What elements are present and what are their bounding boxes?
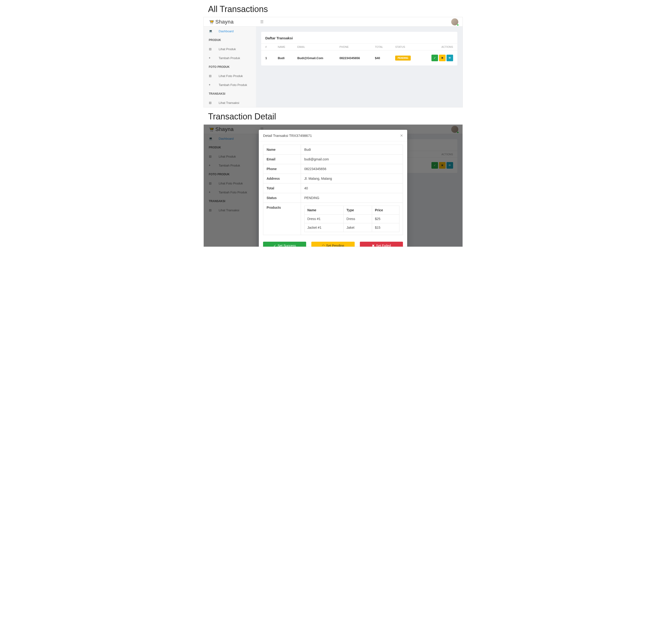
sidebar-item-lihat-foto-produk[interactable]: ▤ Lihat Foto Produk xyxy=(204,71,256,80)
cell-phone: 082234345656 xyxy=(335,50,371,66)
cell-idx: 1 xyxy=(261,50,274,66)
button-label: Set Failed xyxy=(376,244,391,247)
check-icon: ✓ xyxy=(274,244,276,247)
modal-header: Detail Transaksi TRX37498671 × xyxy=(259,130,407,141)
products-table: Name Type Price Dress #1 Dress $25 xyxy=(304,206,399,232)
button-label: Set Success xyxy=(278,244,296,247)
col-status: STATUS xyxy=(391,43,420,50)
cell-status: PENDING xyxy=(391,50,420,66)
brand-logo[interactable]: Shayna xyxy=(204,19,256,25)
value-total: 40 xyxy=(301,184,403,193)
label-address: Address xyxy=(263,174,301,184)
user-avatar[interactable] xyxy=(451,18,458,25)
label-phone: Phone xyxy=(263,164,301,174)
table-row: 1 Budi Budi@Gmail.Com 082234345656 $40 P… xyxy=(261,50,457,66)
label-products: Products xyxy=(263,203,301,235)
sidebar: 💻 Dashboard PRODUK ▤ Lihat Produk + Tamb… xyxy=(204,27,256,107)
check-icon: ✓ xyxy=(434,56,436,59)
sidebar-item-label: Lihat Foto Produk xyxy=(219,74,243,78)
set-success-button[interactable]: ✓ Set Success xyxy=(263,242,306,247)
admin-panel-all-transactions: Shayna ☰ 💻 Dashboard PRODUK ▤ Lihat Prod… xyxy=(204,17,463,107)
cell-product-price: $25 xyxy=(372,214,399,223)
cell-name: Budi xyxy=(274,50,293,66)
value-status: PENDING xyxy=(301,193,403,203)
page-heading-transaction-detail: Transaction Detail xyxy=(208,112,463,122)
svg-point-0 xyxy=(211,23,211,24)
sidebar-item-lihat-transaksi[interactable]: ▤ Lihat Transaksi xyxy=(204,98,256,107)
col-product-type: Type xyxy=(344,206,372,214)
col-name: NAME xyxy=(274,43,293,50)
col-total: TOTAL xyxy=(371,43,391,50)
page-heading-all-transactions: All Transactions xyxy=(208,4,463,14)
close-button[interactable]: × xyxy=(400,133,403,138)
laptop-icon: 💻 xyxy=(209,30,213,33)
set-failed-button[interactable]: ✖ Set Failed xyxy=(360,242,403,247)
label-status: Status xyxy=(263,193,301,203)
cell-product-name: Dress #1 xyxy=(304,214,344,223)
label-name: Name xyxy=(263,145,301,155)
hamburger-icon[interactable]: ☰ xyxy=(260,20,264,24)
cell-product-type: Dress xyxy=(344,214,372,223)
sidebar-item-tambah-produk[interactable]: + Tambah Produk xyxy=(204,53,256,63)
topbar: Shayna ☰ xyxy=(204,17,462,27)
label-email: Email xyxy=(263,155,301,164)
brand-name: Shayna xyxy=(215,19,234,25)
approve-button[interactable]: ✓ xyxy=(432,55,438,61)
sidebar-heading-foto-produk: FOTO PRODUK xyxy=(204,63,256,71)
modal-body: NameBudi Emailbudi@gmail.com Phone082234… xyxy=(259,141,407,238)
product-row: Jacket #1 Jaket $15 xyxy=(304,223,399,232)
reject-button[interactable]: ✖ xyxy=(439,55,445,61)
plus-icon: + xyxy=(209,56,213,59)
x-icon: ✖ xyxy=(372,244,375,247)
list-icon: ▤ xyxy=(209,101,213,104)
col-email: EMAIL xyxy=(293,43,335,50)
cell-total: $40 xyxy=(371,50,391,66)
modal-footer: ✓ Set Success ◠ Set Pending ✖ Set Failed xyxy=(259,238,407,247)
sidebar-heading-produk: PRODUK xyxy=(204,36,256,45)
sidebar-item-label: Tambah Foto Produk xyxy=(219,83,247,87)
sidebar-item-label: Dashboard xyxy=(219,30,234,33)
value-phone: 082234345656 xyxy=(301,164,403,174)
plus-icon: + xyxy=(209,83,213,86)
transactions-table: # NAME EMAIL PHONE TOTAL STATUS ACTIONS xyxy=(261,43,457,66)
col-phone: PHONE xyxy=(335,43,371,50)
value-name: Budi xyxy=(301,145,403,155)
sidebar-heading-transaksi: TRANSAKSI xyxy=(204,89,256,98)
sidebar-item-label: Tambah Produk xyxy=(219,56,240,60)
cell-product-type: Jaket xyxy=(344,223,372,232)
value-email: budi@gmail.com xyxy=(301,155,403,164)
col-product-price: Price xyxy=(372,206,399,214)
sidebar-item-tambah-foto-produk[interactable]: + Tambah Foto Produk xyxy=(204,80,256,89)
view-button[interactable]: 👁 xyxy=(446,55,453,61)
set-pending-button[interactable]: ◠ Set Pending xyxy=(311,242,354,247)
label-total: Total xyxy=(263,184,301,193)
value-address: Jl. Malang, Malang xyxy=(301,174,403,184)
admin-panel-transaction-detail: Shayna ☰ 💻 Dashboard PRODUK ▤ Lihat Prod… xyxy=(204,124,463,247)
list-icon: ▤ xyxy=(209,74,213,77)
cell-email: Budi@Gmail.Com xyxy=(293,50,335,66)
col-idx: # xyxy=(261,43,274,50)
cell-product-price: $15 xyxy=(372,223,399,232)
sidebar-item-dashboard[interactable]: 💻 Dashboard xyxy=(204,27,256,36)
spinner-icon: ◠ xyxy=(322,244,325,247)
transaction-detail-modal: Detail Transaksi TRX37498671 × NameBudi … xyxy=(259,130,407,247)
detail-table: NameBudi Emailbudi@gmail.com Phone082234… xyxy=(263,145,403,235)
cell-product-name: Jacket #1 xyxy=(304,223,344,232)
product-row: Dress #1 Dress $25 xyxy=(304,214,399,223)
col-actions: ACTIONS xyxy=(420,43,457,50)
modal-overlay[interactable]: Detail Transaksi TRX37498671 × NameBudi … xyxy=(204,125,462,247)
cart-icon xyxy=(209,20,214,24)
eye-icon: 👁 xyxy=(449,56,451,59)
main-content: Daftar Transaksi # NAME EMAIL PHONE TOTA… xyxy=(256,27,462,107)
sidebar-item-lihat-produk[interactable]: ▤ Lihat Produk xyxy=(204,45,256,53)
cell-actions: ✓ ✖ 👁 xyxy=(420,50,457,66)
sidebar-item-label: Lihat Produk xyxy=(219,47,236,51)
modal-title: Detail Transaksi TRX37498671 xyxy=(263,134,312,138)
value-products: Name Type Price Dress #1 Dress $25 xyxy=(301,203,403,235)
online-status-icon xyxy=(457,24,459,26)
x-icon: ✖ xyxy=(441,56,443,59)
status-badge: PENDING xyxy=(395,56,411,60)
col-product-name: Name xyxy=(304,206,344,214)
card-title: Daftar Transaksi xyxy=(261,32,457,43)
button-label: Set Pending xyxy=(326,244,344,247)
